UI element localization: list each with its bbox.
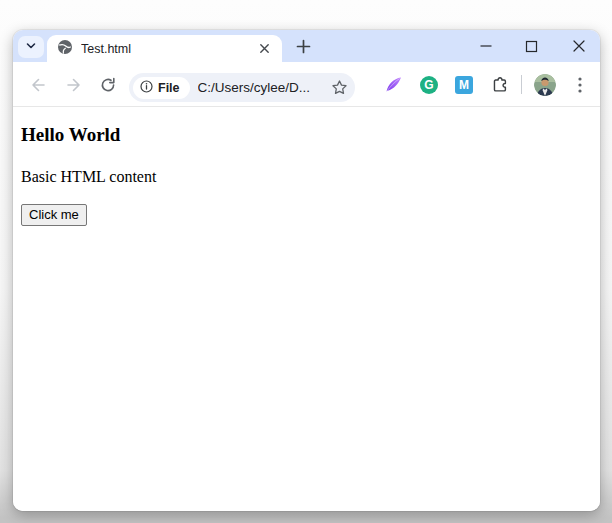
reload-button[interactable] [98,75,117,94]
page-content: Hello World Basic HTML content Click me [13,108,600,511]
tab-title: Test.html [81,42,256,56]
feather-icon [384,75,403,94]
globe-favicon-icon [57,39,73,59]
tab-strip: Test.html [13,30,600,62]
avatar-image [534,74,556,96]
back-button[interactable] [28,75,47,94]
address-bar[interactable]: File C:/Users/cylee/D... [129,73,355,102]
tab-close-icon[interactable] [256,40,273,57]
page-paragraph: Basic HTML content [21,168,592,186]
forward-button[interactable] [64,75,83,94]
mail-extension-button[interactable]: M [455,76,473,94]
minimize-icon [479,39,493,53]
forward-arrow-icon [65,76,83,94]
back-arrow-icon [29,76,47,94]
tab-search-button[interactable] [18,36,44,58]
chevron-down-icon [25,38,37,56]
grammarly-icon: G [424,78,433,92]
new-tab-button[interactable] [294,37,313,56]
mail-icon: M [459,78,469,92]
puzzle-piece-icon [490,75,509,95]
window-close-icon [572,39,586,53]
toolbar-right-group: G M [384,62,587,107]
browser-window: Test.html [13,30,600,511]
star-icon [331,79,348,96]
toolbar-divider [521,75,522,94]
browser-toolbar: File C:/Users/cylee/D... G M [13,62,600,107]
site-info-chip[interactable]: File [133,77,190,99]
maximize-button[interactable] [516,30,546,62]
info-icon [140,79,153,97]
browser-menu-button[interactable] [573,75,587,94]
feather-extension-button[interactable] [384,75,403,94]
maximize-icon [525,40,538,53]
active-tab[interactable]: Test.html [47,35,282,62]
click-me-button[interactable]: Click me [21,204,87,226]
page-heading: Hello World [21,125,592,146]
url-text[interactable]: C:/Users/cylee/D... [198,80,331,95]
minimize-button[interactable] [471,30,501,62]
window-close-button[interactable] [564,30,594,62]
plus-icon [296,39,311,54]
site-chip-label: File [158,81,180,95]
bookmark-star-button[interactable] [331,79,348,96]
reload-icon [99,76,117,94]
kebab-menu-icon [578,77,582,93]
profile-avatar[interactable] [534,74,556,96]
grammarly-extension-button[interactable]: G [420,76,438,94]
extensions-menu-button[interactable] [490,75,509,94]
